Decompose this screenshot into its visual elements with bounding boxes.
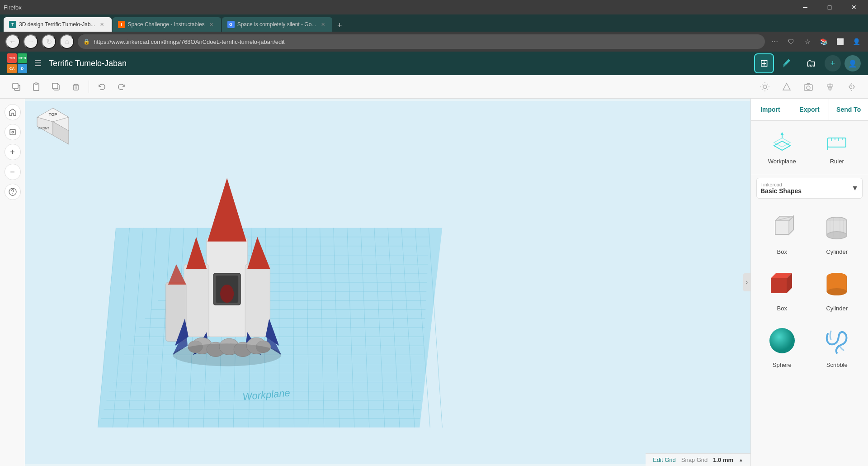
redo-button[interactable] <box>113 78 131 96</box>
shape-scribble-label: Scribble <box>826 361 848 368</box>
shapes-container: Box <box>751 206 868 376</box>
refresh-button[interactable]: ↻ <box>42 34 56 49</box>
nav-extras: ⋯ 🛡 ☆ 📚 ⬜ 👤 <box>769 35 863 48</box>
grid-view-button[interactable]: ⊞ <box>754 53 774 73</box>
toolbar-separator-1 <box>89 81 89 93</box>
fit-view-icon <box>8 128 17 137</box>
tab-close-2[interactable]: ✕ <box>208 20 216 29</box>
tab-close-1[interactable]: ✕ <box>98 20 106 29</box>
shape-button[interactable] <box>778 78 796 96</box>
snap-up-button[interactable]: ▲ <box>739 457 743 462</box>
back-button[interactable]: ← <box>5 34 20 49</box>
tab-google[interactable]: G Space is completely silent - Go... ✕ <box>222 17 333 32</box>
bookmarks-library-button[interactable]: 📚 <box>817 35 830 48</box>
right-panel: Import Export Send To <box>750 99 868 466</box>
menu-icon-button[interactable]: ☰ <box>33 57 43 70</box>
view-cube-svg: TOP FRONT <box>33 106 73 147</box>
paste-button[interactable] <box>27 78 45 96</box>
title-bar: Firefox ─ □ ✕ <box>0 0 868 14</box>
mirror-button[interactable] <box>843 78 861 96</box>
align-button[interactable] <box>821 78 839 96</box>
add-user-button[interactable]: + <box>825 55 841 71</box>
svg-rect-82 <box>245 264 270 337</box>
minimize-button[interactable]: ─ <box>795 0 816 14</box>
paste-icon <box>31 82 41 92</box>
collapse-panel-button[interactable]: › <box>743 273 750 291</box>
light-button[interactable] <box>756 78 774 96</box>
maximize-button[interactable]: □ <box>819 0 840 14</box>
shape-sphere[interactable]: Sphere <box>756 319 808 372</box>
home-button[interactable]: ⌂ <box>60 34 74 49</box>
bookmark-button[interactable]: ☆ <box>801 35 814 48</box>
nav-bar: ← → ↻ ⌂ 🔒 https://www.tinkercad.com/thin… <box>0 32 868 52</box>
category-dropdown[interactable]: Tinkercad Basic Shapes ▼ <box>756 178 863 199</box>
canvas-svg: Workplane <box>25 99 750 466</box>
shapes-row-3: Sphere Scribble <box>756 319 863 372</box>
tab-label-1: 3D design Terrific Tumelo-Jab... <box>19 21 95 28</box>
svg-rect-1 <box>13 83 18 89</box>
new-tab-button[interactable]: + <box>333 19 346 32</box>
category-selector: Tinkercad Basic Shapes ▼ <box>751 174 868 206</box>
canvas-area[interactable]: Workplane <box>25 99 750 466</box>
logo-cad1: CA <box>7 64 17 73</box>
zoom-out-button[interactable]: − <box>5 164 21 180</box>
synced-tabs-button[interactable]: ⬜ <box>834 35 846 48</box>
view-cube[interactable]: TOP FRONT <box>33 106 73 147</box>
tab-close-3[interactable]: ✕ <box>319 20 327 29</box>
copy-button[interactable] <box>7 78 25 96</box>
export-button[interactable]: Export <box>790 99 830 120</box>
address-bar[interactable]: 🔒 https://www.tinkercad.com/things/768OA… <box>78 34 765 49</box>
import-button[interactable]: Import <box>751 99 790 120</box>
shape-cylinder-orange[interactable]: Cylinder <box>811 262 863 315</box>
pocket-button[interactable]: 🛡 <box>785 35 797 48</box>
svg-marker-133 <box>771 278 787 293</box>
status-bar: Edit Grid Snap Grid 1.0 mm ▲ <box>646 453 750 466</box>
svg-point-79 <box>220 285 234 303</box>
svg-rect-110 <box>828 138 846 147</box>
logo-ker: KER <box>18 53 27 63</box>
window-title: Firefox <box>4 4 22 11</box>
panel-actions: Import Export Send To <box>751 99 868 121</box>
svg-marker-106 <box>774 141 790 150</box>
zoom-in-icon: + <box>10 148 15 156</box>
duplicate-button[interactable] <box>47 78 65 96</box>
light-icon <box>760 82 770 92</box>
forward-button[interactable]: → <box>24 34 38 49</box>
tab-instructables[interactable]: I Space Challenge - Instructables ✕ <box>113 17 221 32</box>
delete-button[interactable] <box>67 78 85 96</box>
briefcase-button[interactable]: 🗂 <box>801 53 821 73</box>
snap-value: 1.0 mm <box>713 456 733 463</box>
zoom-in-button[interactable]: + <box>5 144 21 160</box>
help-icon <box>8 187 17 196</box>
undo-button[interactable] <box>93 78 111 96</box>
home-view-button[interactable] <box>5 104 21 120</box>
shape-box-red[interactable]: Box <box>756 262 808 315</box>
copy-icon <box>11 82 21 92</box>
ruler-button[interactable]: Ruler <box>811 126 863 168</box>
shape-box-wire[interactable]: Box <box>756 206 808 259</box>
avatar[interactable]: 👤 <box>844 55 861 71</box>
svg-rect-3 <box>35 83 38 85</box>
fit-view-button[interactable] <box>5 124 21 140</box>
account-button[interactable]: 👤 <box>850 35 863 48</box>
help-button[interactable] <box>5 184 21 200</box>
camera-button[interactable] <box>799 78 817 96</box>
edit-grid-button[interactable]: Edit Grid <box>653 456 676 463</box>
workplane-button[interactable]: Workplane <box>756 126 808 168</box>
shape-cylinder-wire[interactable]: Cylinder <box>811 206 863 259</box>
close-button[interactable]: ✕ <box>844 0 864 14</box>
shapes-row-1: Box <box>756 206 863 259</box>
send-to-button[interactable]: Send To <box>829 99 868 120</box>
shape-scribble[interactable]: Scribble <box>811 319 863 372</box>
pickaxe-button[interactable] <box>778 53 797 73</box>
zoom-out-icon: − <box>10 168 15 176</box>
more-button[interactable]: ⋯ <box>769 35 781 48</box>
redo-icon <box>117 82 127 92</box>
svg-point-126 <box>827 232 847 239</box>
shape-box-red-icon <box>764 266 800 302</box>
svg-rect-6 <box>74 85 78 90</box>
svg-point-9 <box>763 85 767 89</box>
tab-tinkercad[interactable]: T 3D design Terrific Tumelo-Jab... ✕ <box>4 17 112 32</box>
shape-sphere-label: Sphere <box>773 361 792 368</box>
tinkercad-logo: TIN KER CA D <box>7 53 27 73</box>
